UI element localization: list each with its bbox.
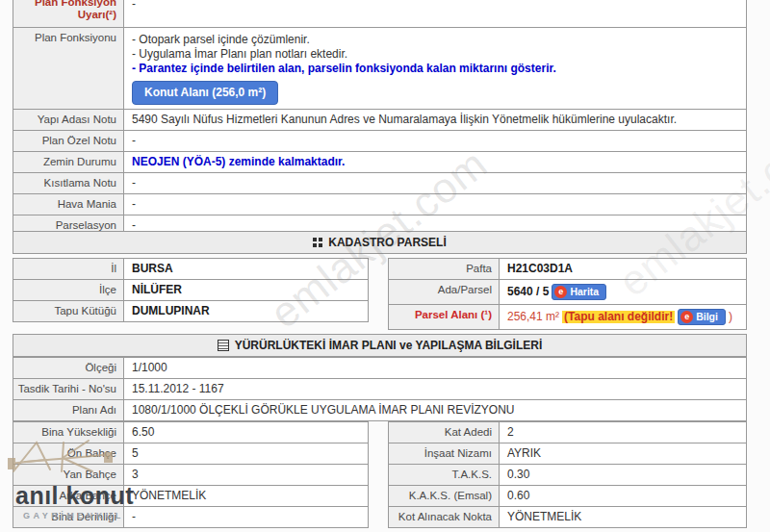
emlakjet-icon: e [554, 286, 567, 298]
row-label: Planı Adı [13, 400, 124, 420]
table-row: Kot Alınacak Nokta YÖNETMELİK [389, 506, 746, 527]
table-row: Bina Derinliği - [13, 506, 368, 527]
plan-note-line: - Otopark parsel içinde çözümlenir. [132, 34, 738, 46]
imar-section-header: YÜRÜRLÜKTEKİ İMAR PLANI ve YAPILAŞMA BİL… [13, 335, 746, 357]
table-row: Hava Mania - [13, 193, 746, 215]
table-row: İlçe NİLÜFER [13, 279, 368, 300]
table-row: Tasdik Tarihi - No'su 15.11.2012 - 1167 [13, 378, 746, 399]
table-row: Tapu Kütüğü DUMLUPINAR [13, 300, 368, 321]
emlakjet-icon: e [680, 311, 693, 323]
row-label: Yapı Adası Notu [13, 110, 124, 130]
table-row: K.A.K.S. (Emsal) 0.60 [389, 485, 746, 506]
row-value: 5 [124, 443, 368, 464]
harita-button[interactable]: e Harita [552, 284, 606, 300]
table-row: İl BURSA [13, 259, 368, 279]
yapilasma-right-table: Kat Adedi 2 İnşaat Nizamı AYRIK T.A.K.S.… [388, 421, 747, 528]
row-label: Kot Alınacak Nokta [389, 507, 500, 527]
table-row: Plan Fonksiyon Uyarı(²) - [13, 0, 746, 27]
row-value: 15.11.2012 - 1167 [124, 379, 746, 399]
table-row: Yapı Adası Notu 5490 Sayılı Nüfus Hizmet… [13, 109, 746, 130]
row-value: 6.50 [124, 422, 368, 443]
table-row: Ölçeği 1/1000 [13, 357, 746, 378]
row-value: 1/1000 [124, 358, 746, 378]
table-row: Parsel Alanı (¹) 256,41 m² (Tapu alanı d… [389, 304, 746, 329]
row-value: - [124, 0, 746, 27]
row-value: - [124, 507, 368, 527]
row-label: Bina Yüksekliği [13, 422, 124, 443]
row-label: İnşaat Nizamı [389, 443, 500, 464]
row-label: K.A.K.S. (Emsal) [389, 486, 500, 506]
bilgi-button-label: Bilgi [696, 311, 718, 323]
row-value: 5490 Sayılı Nüfus Hizmetleri Kanunun Adr… [124, 110, 746, 130]
harita-button-label: Harita [570, 286, 599, 298]
table-row: T.A.K.S. 0.30 [389, 464, 746, 485]
table-row: Plan Fonksiyonu - Otopark parsel içinde … [13, 27, 746, 109]
row-label: Kat Adedi [389, 422, 500, 443]
row-value: - [124, 131, 746, 151]
table-row: Pafta H21C03D1A [389, 259, 746, 279]
row-value: 2 [500, 422, 746, 443]
row-label: Yan Bahçe [13, 465, 124, 485]
row-label: Kısıtlama Notu [13, 173, 124, 193]
row-label: İlçe [13, 280, 124, 300]
table-row: İnşaat Nizamı AYRIK [389, 443, 746, 464]
bilgi-button[interactable]: e Bilgi [678, 309, 726, 325]
row-label: Pafta [389, 259, 500, 279]
row-value: 3 [124, 465, 368, 485]
row-label: Plan Fonksiyonu [13, 28, 124, 109]
konut-alani-button[interactable]: Konut Alanı (256,0 m²) [132, 81, 278, 105]
closing-paren: ) [729, 311, 732, 323]
tapu-warning-highlight: (Tapu alanı değildir! [562, 311, 675, 323]
grid-icon [313, 238, 322, 247]
row-label: Ön Bahçe [13, 443, 124, 464]
section-title: YÜRÜRLÜKTEKİ İMAR PLANI ve YAPILAŞMA BİL… [235, 339, 543, 352]
table-row: Yan Bahçe 3 [13, 464, 368, 485]
row-label: Tasdik Tarihi - No'su [13, 379, 124, 399]
row-label: Bina Derinliği [13, 507, 124, 527]
row-value: BURSA [124, 259, 368, 279]
row-label: Ada/Parsel [389, 280, 500, 304]
plan-notes-table: Plan Fonksiyon Uyarı(²) - Plan Fonksiyon… [13, 0, 747, 237]
table-row: Zemin Durumu NEOJEN (YÖA-5) zeminde kalm… [13, 151, 746, 172]
table-row: Bina Yüksekliği 6.50 [13, 422, 368, 443]
row-value: 0.60 [500, 486, 746, 506]
row-label: Tapu Kütüğü [13, 301, 124, 321]
section-title: KADASTRO PARSELİ [328, 236, 446, 249]
row-value: 5640 / 5 e Harita [500, 280, 746, 304]
row-value: - [124, 194, 746, 215]
row-value: YÖNETMELİK [124, 486, 368, 506]
row-label: T.A.K.S. [389, 465, 500, 485]
table-row: Planı Adı 1080/1/1000 ÖLÇEKLİ GÖRÜKLE UY… [13, 399, 746, 420]
row-label: Parsel Alanı (¹) [389, 305, 500, 329]
plan-note-emphasis: - Parantez içinde belirtilen alan, parse… [132, 63, 738, 75]
yapilasma-left-table: Bina Yüksekliği 6.50 Ön Bahçe 5 Yan Bahç… [13, 421, 369, 528]
row-value: YÖNETMELİK [500, 507, 746, 527]
table-row: Kat Adedi 2 [389, 422, 746, 443]
row-value: AYRIK [500, 443, 746, 464]
kadastro-section-header: KADASTRO PARSELİ [13, 231, 747, 254]
table-row: Plan Özel Notu - [13, 130, 746, 151]
table-icon [218, 340, 229, 351]
imar-plan-table: YÜRÜRLÜKTEKİ İMAR PLANI ve YAPILAŞMA BİL… [13, 334, 747, 421]
row-value: NEOJEN (YÖA-5) zeminde kalmaktadır. [124, 152, 746, 172]
parsel-area-value: 256,41 m² [507, 311, 559, 323]
table-row: Ön Bahçe 5 [13, 443, 368, 464]
row-value: DUMLUPINAR [124, 301, 368, 321]
row-label: Arka Bahçe [13, 486, 124, 506]
row-value: H21C03D1A [500, 259, 746, 279]
table-row: Kısıtlama Notu - [13, 172, 746, 193]
row-label: Ölçeği [13, 358, 124, 378]
plan-note-line: - Uygulama İmar Planı plan notları ekted… [132, 48, 738, 61]
row-value: 256,41 m² (Tapu alanı değildir! e Bilgi … [500, 305, 746, 329]
table-row: Ada/Parsel 5640 / 5 e Harita [389, 279, 746, 304]
row-value: - [124, 173, 746, 193]
row-label: Plan Özel Notu [13, 131, 124, 151]
row-value: 0.30 [500, 465, 746, 485]
row-value: NİLÜFER [124, 280, 368, 300]
row-label: Hava Mania [13, 194, 124, 215]
row-label: Plan Fonksiyon Uyarı(²) [13, 0, 124, 27]
ada-parsel-value: 5640 / 5 [507, 286, 549, 298]
row-label: Zemin Durumu [13, 152, 124, 172]
row-value: 1080/1/1000 ÖLÇEKLİ GÖRÜKLE UYGULAMA İMA… [124, 400, 746, 420]
table-row: Arka Bahçe YÖNETMELİK [13, 485, 368, 506]
